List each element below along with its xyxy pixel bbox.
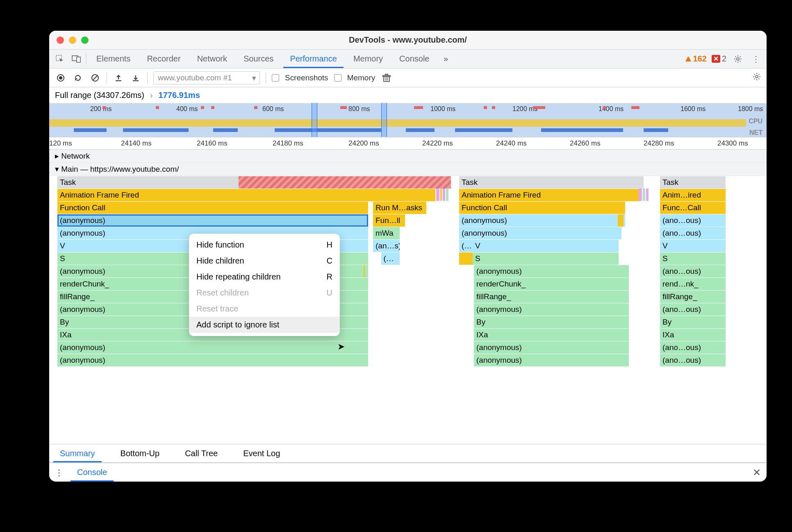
- task-bar[interactable]: Task: [660, 176, 726, 189]
- memory-checkbox[interactable]: [334, 74, 341, 82]
- flame-entry[interactable]: (ano…ous): [660, 214, 726, 227]
- clear-button[interactable]: [89, 72, 101, 84]
- flame-entry[interactable]: Animation Frame Fired: [459, 189, 640, 201]
- flame-entry[interactable]: V: [473, 240, 619, 252]
- flame-entry[interactable]: Function Call: [57, 202, 368, 214]
- flame-entry[interactable]: fillRange_: [474, 291, 629, 303]
- flame-entry[interactable]: Fun…ll: [373, 214, 405, 227]
- overview-handle-right[interactable]: [381, 103, 387, 137]
- ctx-hide-function[interactable]: Hide functionH: [189, 237, 340, 253]
- settings-icon[interactable]: [731, 52, 744, 66]
- flame-entry[interactable]: renderChunk_: [474, 278, 629, 290]
- drawer-menu-icon[interactable]: ⋮: [55, 468, 63, 477]
- flame-entry[interactable]: (anonymous): [57, 341, 368, 354]
- flame-entry[interactable]: mWa: [373, 227, 400, 239]
- warnings-badge[interactable]: 162: [685, 54, 707, 64]
- flame-entry[interactable]: (anonymous): [459, 214, 625, 227]
- flame-entry[interactable]: (anonymous): [474, 265, 629, 277]
- flame-entry[interactable]: Anim…ired: [660, 189, 726, 201]
- mouse-cursor-icon: ➤: [337, 341, 345, 352]
- overview-handle-left[interactable]: [312, 103, 317, 137]
- tab-console[interactable]: Console: [393, 50, 436, 68]
- svg-point-5: [59, 76, 62, 80]
- flame-entry[interactable]: (anonymous): [459, 227, 621, 239]
- flame-entry[interactable]: By: [660, 316, 726, 328]
- flame-entry[interactable]: (anonymous): [474, 354, 629, 366]
- ctx-hide-children[interactable]: Hide childrenC: [189, 253, 340, 269]
- drawer-tab-console[interactable]: Console: [71, 463, 114, 482]
- console-drawer: ⋮ Console ✕: [49, 463, 767, 482]
- tab-sources[interactable]: Sources: [237, 50, 280, 68]
- flame-entry[interactable]: (…: [459, 240, 473, 252]
- window-title: DevTools - www.youtube.com/: [49, 35, 767, 45]
- record-button[interactable]: [55, 72, 66, 84]
- flame-stack-c: Task Anim…ired Func…Call (ano…ous) (ano……: [660, 176, 726, 366]
- flame-chart[interactable]: ▸ Network ▾ Main — https://www.youtube.c…: [49, 150, 767, 373]
- details-tab-eventlog[interactable]: Event Log: [237, 444, 287, 462]
- breadcrumb-sep: ›: [150, 91, 153, 100]
- devtools-window: DevTools - www.youtube.com/ Elements Rec…: [49, 31, 767, 482]
- flame-entry[interactable]: Animation Frame Fired: [57, 189, 435, 201]
- flame-entry[interactable]: Run M…asks: [373, 202, 426, 214]
- flame-entry[interactable]: (ano…ous): [660, 227, 726, 239]
- details-tab-calltree[interactable]: Call Tree: [178, 444, 224, 462]
- drawer-close-button[interactable]: ✕: [753, 467, 761, 478]
- ctx-hide-repeating[interactable]: Hide repeating childrenR: [189, 269, 340, 285]
- details-tab-summary[interactable]: Summary: [53, 444, 102, 462]
- tab-network[interactable]: Network: [191, 50, 234, 68]
- flame-entry[interactable]: (an…s): [373, 240, 400, 252]
- titlebar: DevTools - www.youtube.com/: [49, 31, 767, 50]
- ctx-reset-trace: Reset trace: [189, 301, 340, 317]
- flame-stack-b: Task Animation Frame Fired Function Call…: [459, 176, 644, 366]
- flame-entry[interactable]: (ano…ous): [660, 265, 726, 277]
- details-tab-bottomup[interactable]: Bottom-Up: [114, 444, 166, 462]
- flame-entry[interactable]: (…: [381, 252, 400, 265]
- inspect-icon[interactable]: [53, 52, 66, 66]
- network-track[interactable]: ▸ Network: [49, 150, 767, 163]
- errors-badge[interactable]: ✕2: [712, 54, 726, 64]
- recording-dropdown[interactable]: www.youtube.com #1: [153, 71, 260, 84]
- screenshots-checkbox[interactable]: [272, 74, 279, 82]
- timeline-overview[interactable]: 200 ms 400 ms 600 ms 800 ms 1000 ms 1200…: [49, 104, 767, 137]
- upload-button[interactable]: [113, 72, 124, 84]
- tab-memory[interactable]: Memory: [347, 50, 389, 68]
- flame-entry[interactable]: Function Call: [459, 202, 625, 214]
- task-bar[interactable]: Task: [57, 176, 451, 189]
- flame-entry[interactable]: (anonymous): [57, 354, 368, 366]
- flame-entry[interactable]: (ano…ous): [660, 341, 726, 354]
- breadcrumb-current[interactable]: 1776.91ms: [159, 91, 200, 100]
- flame-entry[interactable]: S: [473, 252, 619, 265]
- tab-elements[interactable]: Elements: [90, 50, 137, 68]
- timeline-ruler[interactable]: 120 ms 24140 ms 24160 ms 24180 ms 24200 …: [49, 137, 767, 150]
- flame-entry[interactable]: By: [474, 316, 629, 328]
- flame-entry[interactable]: V: [660, 240, 726, 252]
- gc-button[interactable]: [381, 72, 392, 84]
- flame-entry[interactable]: rend…nk_: [660, 278, 726, 290]
- flame-entry[interactable]: Func…Call: [660, 202, 726, 214]
- flame-entry[interactable]: (ano…ous): [660, 354, 726, 366]
- flame-entry[interactable]: (anonymous): [474, 303, 629, 316]
- breadcrumb-root[interactable]: Full range (34307.26ms): [55, 91, 144, 100]
- tab-performance[interactable]: Performance: [283, 50, 344, 68]
- flame-entry[interactable]: fillRange_: [660, 291, 726, 303]
- main-track[interactable]: ▾ Main — https://www.youtube.com/: [49, 163, 767, 176]
- main-tabs: Elements Recorder Network Sources Perfor…: [49, 50, 767, 68]
- flame-entry-selected[interactable]: (anonymous): [57, 214, 368, 227]
- reload-record-button[interactable]: [72, 72, 84, 84]
- flame-entry[interactable]: [459, 252, 473, 265]
- kebab-menu-icon[interactable]: ⋮: [749, 52, 762, 66]
- flame-entry[interactable]: IXa: [660, 329, 726, 341]
- device-toggle-icon[interactable]: [70, 52, 83, 66]
- ctx-add-ignore[interactable]: Add script to ignore list: [189, 317, 340, 333]
- flame-entry[interactable]: (ano…ous): [660, 303, 726, 316]
- flame-entry[interactable]: S: [660, 252, 726, 265]
- svg-point-3: [737, 58, 739, 60]
- flame-entry[interactable]: IXa: [474, 329, 629, 341]
- memory-label: Memory: [347, 73, 376, 82]
- task-bar[interactable]: Task: [459, 176, 644, 189]
- panel-settings-icon[interactable]: [753, 73, 761, 83]
- more-tabs-icon[interactable]: »: [439, 52, 453, 66]
- tab-recorder[interactable]: Recorder: [140, 50, 187, 68]
- download-button[interactable]: [130, 72, 141, 84]
- flame-entry[interactable]: (anonymous): [474, 341, 629, 354]
